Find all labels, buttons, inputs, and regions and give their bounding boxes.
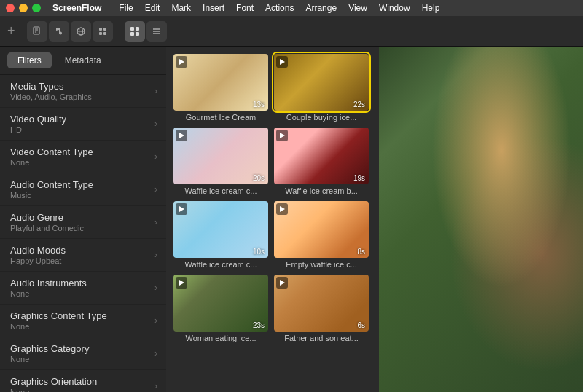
main-area: Filters Metadata Media Types Video, Audi… xyxy=(0,47,583,392)
media-icon-doc[interactable] xyxy=(27,21,47,42)
preview-image xyxy=(379,47,583,392)
chevron-icon: › xyxy=(154,348,157,358)
maximize-button[interactable] xyxy=(32,4,41,12)
sidebar-tabs: Filters Metadata xyxy=(0,47,166,75)
media-name: Gourmet Ice Cream xyxy=(173,113,268,122)
add-button[interactable]: + xyxy=(7,23,15,39)
media-name: Waffle ice cream c... xyxy=(173,260,268,269)
media-thumbnail: 13s xyxy=(173,54,268,111)
minimize-button[interactable] xyxy=(19,4,28,12)
media-thumbnail: 20s xyxy=(173,128,268,184)
svg-marker-21 xyxy=(280,133,285,138)
media-grid: 13s Gourmet Ice Cream 22s Couple buying … xyxy=(173,54,372,342)
chevron-icon: › xyxy=(154,86,157,96)
toolbar: + xyxy=(0,16,583,47)
video-icon xyxy=(276,130,288,141)
media-item[interactable]: 6s Father and son eat... xyxy=(274,275,369,342)
svg-marker-24 xyxy=(179,280,184,286)
menu-help[interactable]: Help xyxy=(422,3,440,13)
svg-rect-9 xyxy=(99,32,102,35)
tab-filters[interactable]: Filters xyxy=(7,52,52,68)
list-view-button[interactable] xyxy=(146,21,167,42)
filter-graphics-content-type[interactable]: Graphics Content Type None › xyxy=(0,305,166,337)
filter-audio-genre[interactable]: Audio Genre Playful and Comedic › xyxy=(0,206,166,239)
media-icon-music[interactable] xyxy=(49,21,69,42)
filter-video-content-type[interactable]: Video Content Type None › xyxy=(0,141,166,173)
svg-rect-12 xyxy=(136,27,139,31)
media-name: Father and son eat... xyxy=(274,334,369,342)
sidebar: Filters Metadata Media Types Video, Audi… xyxy=(0,47,166,392)
media-name: Empty waffle ice c... xyxy=(274,260,369,269)
grid-view-button[interactable] xyxy=(125,21,145,42)
svg-rect-8 xyxy=(103,28,106,31)
video-icon xyxy=(276,277,288,289)
menu-arrange[interactable]: Arrange xyxy=(305,3,337,13)
chevron-icon: › xyxy=(154,315,157,326)
preview-area xyxy=(379,47,583,392)
menu-view[interactable]: View xyxy=(348,3,367,13)
media-item[interactable]: 20s Waffle ice cream c... xyxy=(173,128,268,195)
chevron-icon: › xyxy=(154,152,157,162)
media-name: Woman eating ice... xyxy=(173,334,268,342)
media-item[interactable]: 22s Couple buying ice... xyxy=(274,54,369,122)
chevron-icon: › xyxy=(154,184,157,195)
media-grid-area: 13s Gourmet Ice Cream 22s Couple buying … xyxy=(166,47,379,392)
filter-audio-content-type[interactable]: Audio Content Type Music › xyxy=(0,173,166,206)
menu-insert[interactable]: Insert xyxy=(203,3,224,13)
media-duration: 10s xyxy=(253,248,265,256)
app-name: ScreenFlow xyxy=(52,3,101,13)
media-item[interactable]: 13s Gourmet Ice Cream xyxy=(173,54,268,122)
svg-marker-19 xyxy=(280,59,285,65)
video-icon xyxy=(176,203,187,215)
menu-mark[interactable]: Mark xyxy=(171,3,191,13)
filter-video-quality[interactable]: Video Quality HD › xyxy=(0,108,166,141)
media-thumbnail: 19s xyxy=(274,128,369,184)
media-duration: 23s xyxy=(253,321,265,329)
media-thumbnail: 10s xyxy=(173,201,268,258)
filter-audio-instruments[interactable]: Audio Instruments None › xyxy=(0,272,166,305)
filter-media-types[interactable]: Media Types Video, Audio, Graphics › xyxy=(0,75,166,108)
media-type-icons xyxy=(27,21,113,42)
chevron-icon: › xyxy=(154,250,157,260)
view-toggle xyxy=(125,21,167,42)
svg-marker-25 xyxy=(280,280,285,286)
media-icon-grid[interactable] xyxy=(93,21,113,42)
media-icon-globe[interactable] xyxy=(71,21,91,42)
media-duration: 19s xyxy=(353,174,365,182)
close-button[interactable] xyxy=(6,4,15,12)
media-name: Couple buying ice... xyxy=(274,113,369,122)
chevron-icon: › xyxy=(154,381,157,391)
tab-metadata[interactable]: Metadata xyxy=(55,52,111,68)
media-item[interactable]: 23s Woman eating ice... xyxy=(173,275,268,342)
media-duration: 22s xyxy=(353,101,365,109)
media-duration: 13s xyxy=(253,101,265,109)
menu-edit[interactable]: Edit xyxy=(145,3,160,13)
video-icon xyxy=(176,56,187,68)
chevron-icon: › xyxy=(154,217,157,227)
media-duration: 6s xyxy=(357,321,365,329)
video-icon xyxy=(176,277,187,289)
filter-graphics-orientation[interactable]: Graphics Orientation None › xyxy=(0,370,166,392)
svg-marker-20 xyxy=(179,133,184,138)
video-icon xyxy=(176,130,187,141)
svg-rect-13 xyxy=(130,32,134,36)
svg-rect-14 xyxy=(136,32,139,36)
media-duration: 20s xyxy=(253,174,265,182)
media-item[interactable]: 19s Waffle ice cream b... xyxy=(274,128,369,195)
chevron-icon: › xyxy=(154,119,157,129)
filter-audio-moods[interactable]: Audio Moods Happy Upbeat › xyxy=(0,239,166,272)
svg-rect-11 xyxy=(130,27,134,31)
menu-font[interactable]: Font xyxy=(236,3,254,13)
media-thumbnail: 6s xyxy=(274,275,369,332)
menu-window[interactable]: Window xyxy=(379,3,410,13)
filter-graphics-category[interactable]: Graphics Category None › xyxy=(0,337,166,370)
media-item[interactable]: 10s Waffle ice cream c... xyxy=(173,201,268,269)
media-item[interactable]: 8s Empty waffle ice c... xyxy=(274,201,369,269)
traffic-lights xyxy=(6,4,41,12)
menu-bar: ScreenFlow File Edit Mark Insert Font Ac… xyxy=(0,0,583,16)
media-thumbnail: 22s xyxy=(274,54,369,111)
menu-file[interactable]: File xyxy=(119,3,133,13)
svg-marker-23 xyxy=(280,206,285,212)
menu-actions[interactable]: Actions xyxy=(265,3,294,13)
svg-marker-18 xyxy=(179,59,184,65)
